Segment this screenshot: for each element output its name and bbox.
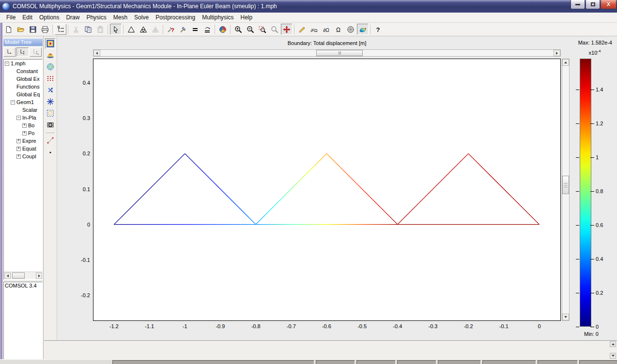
- boundary-mode-button[interactable]: ∂Ω: [321, 24, 332, 35]
- scroll-thumb[interactable]: [316, 50, 363, 56]
- arrow-plot-button[interactable]: [45, 85, 56, 95]
- zoom-out-button[interactable]: [245, 24, 256, 35]
- scroll-up-button[interactable]: [562, 59, 569, 66]
- tree-item-global-ex[interactable]: Global Ex: [4, 75, 42, 83]
- tree-item-constant[interactable]: Constant: [4, 67, 42, 75]
- new-file-button[interactable]: [3, 24, 15, 35]
- tree-view-3-button[interactable]: [30, 47, 42, 57]
- arrow-down-icon: [612, 355, 615, 357]
- tree-item-in-pla[interactable]: -In-Pla: [4, 114, 42, 121]
- restart-button[interactable]: [189, 24, 201, 35]
- pan-button[interactable]: [281, 24, 293, 35]
- arrow-right-icon: [556, 52, 558, 55]
- menu-draw[interactable]: Draw: [62, 13, 83, 22]
- solve-button[interactable]: [177, 24, 189, 35]
- menu-mesh[interactable]: Mesh: [110, 13, 131, 22]
- scroll-left-button[interactable]: [93, 50, 100, 56]
- tree-horizontal-scrollbar[interactable]: [4, 272, 42, 279]
- plot-vertical-scrollbar[interactable]: [562, 59, 570, 321]
- zoom-in-button[interactable]: [232, 24, 244, 35]
- collapse-icon[interactable]: -: [11, 100, 15, 105]
- tree-item-functions[interactable]: Functions: [4, 83, 42, 91]
- scroll-down-button[interactable]: [562, 314, 569, 320]
- tree-item-label: Constant: [16, 68, 38, 74]
- solver-parameters-button[interactable]: ?: [165, 24, 177, 35]
- open-file-button[interactable]: [15, 24, 27, 35]
- save-file-button[interactable]: [27, 24, 39, 35]
- boundary-mode-icon: ∂Ω: [323, 25, 329, 34]
- surface-plot-button[interactable]: [45, 50, 56, 61]
- expand-icon[interactable]: +: [16, 147, 21, 151]
- scroll-right-button[interactable]: [554, 50, 560, 56]
- tree-item-coupl[interactable]: +Coupl: [4, 152, 42, 160]
- grid-plot-button[interactable]: [45, 73, 56, 84]
- print-button[interactable]: [39, 24, 51, 35]
- tree-item-label: Global Ex: [16, 76, 40, 82]
- status-cell: [482, 360, 536, 364]
- expand-icon[interactable]: +: [16, 154, 21, 159]
- expand-icon[interactable]: +: [16, 139, 21, 143]
- model-tree-toggle-button[interactable]: [55, 24, 66, 35]
- tree-item-po[interactable]: +Po: [4, 129, 42, 137]
- maximize-button[interactable]: [586, 0, 600, 9]
- help-button[interactable]: ?: [372, 24, 384, 35]
- scroll-thumb[interactable]: [12, 273, 25, 279]
- point-plot-button[interactable]: [45, 147, 56, 157]
- x-axis-tick-label: -0.2: [459, 323, 478, 329]
- update-model-button[interactable]: [201, 24, 213, 35]
- menu-solve[interactable]: Solve: [131, 13, 152, 22]
- boundary-plot-button[interactable]: [45, 38, 56, 49]
- colorbar-tick-mark: [590, 191, 594, 192]
- plot-horizontal-scrollbar[interactable]: [93, 49, 561, 57]
- collapse-icon[interactable]: -: [5, 61, 9, 66]
- message-log[interactable]: [44, 340, 617, 359]
- subdomain-mode-button[interactable]: Ω: [333, 24, 344, 35]
- contour-plot-button[interactable]: [45, 61, 56, 72]
- scroll-thumb[interactable]: [562, 176, 569, 194]
- menu-file[interactable]: File: [3, 13, 19, 22]
- line-plot-button[interactable]: [45, 135, 56, 146]
- tree-view-1-button[interactable]: [3, 47, 15, 57]
- mesh-mode-button[interactable]: [345, 24, 356, 35]
- scroll-down-button[interactable]: [610, 353, 616, 359]
- menu-edit[interactable]: Edit: [19, 13, 36, 22]
- copy-button[interactable]: [82, 24, 94, 35]
- plot-canvas[interactable]: [93, 59, 561, 321]
- tree-item-scalar[interactable]: Scalar: [4, 106, 42, 114]
- principal-plot-button[interactable]: [45, 96, 56, 107]
- expand-icon[interactable]: +: [22, 123, 27, 128]
- expand-icon[interactable]: +: [22, 131, 27, 136]
- point-mode-button[interactable]: ∂²Ω: [308, 24, 320, 35]
- menu-help[interactable]: Help: [237, 13, 256, 22]
- refine-mesh-button[interactable]: [138, 24, 149, 35]
- title-bar[interactable]: COMSOL Multiphysics - Geom1/Structural M…: [0, 0, 617, 13]
- zoom-window-button[interactable]: [257, 24, 268, 35]
- tree-item-1-mph[interactable]: -1.mph: [4, 60, 42, 67]
- collapse-icon[interactable]: -: [16, 116, 21, 120]
- tree-item-bo[interactable]: +Bo: [4, 121, 42, 129]
- deformed-shape-plot-button[interactable]: [45, 108, 56, 119]
- tree-view-2-button[interactable]: [16, 47, 29, 57]
- menu-postprocessing[interactable]: Postprocessing: [152, 13, 199, 22]
- draw-mode-button[interactable]: [296, 24, 308, 35]
- version-log-box[interactable]: COMSOL 3.4: [3, 282, 43, 362]
- scroll-right-button[interactable]: [36, 273, 42, 279]
- tree-item-expre[interactable]: +Expre: [4, 137, 42, 145]
- tree-item-global-eq[interactable]: Global Eq: [4, 91, 42, 98]
- initialize-mesh-button[interactable]: [125, 24, 137, 35]
- tree-item-equat[interactable]: +Equat: [4, 145, 42, 152]
- scroll-up-button[interactable]: [610, 341, 616, 347]
- menu-physics[interactable]: Physics: [83, 13, 109, 22]
- menu-options[interactable]: Options: [36, 13, 62, 22]
- tree-item-geom1[interactable]: -Geom1: [4, 98, 42, 106]
- postprocessing-mode-button[interactable]: [357, 24, 369, 35]
- scroll-left-button[interactable]: [4, 273, 11, 279]
- select-pointer-button[interactable]: [110, 24, 122, 35]
- menu-multiphysics[interactable]: Multiphysics: [199, 13, 237, 22]
- message-log-scrollbar[interactable]: [610, 341, 617, 359]
- minimize-button[interactable]: [571, 0, 585, 9]
- animate-button[interactable]: [45, 120, 56, 130]
- plot-parameters-button[interactable]: [217, 24, 229, 35]
- arrow-left-icon: [96, 52, 98, 55]
- close-button[interactable]: X: [601, 0, 617, 9]
